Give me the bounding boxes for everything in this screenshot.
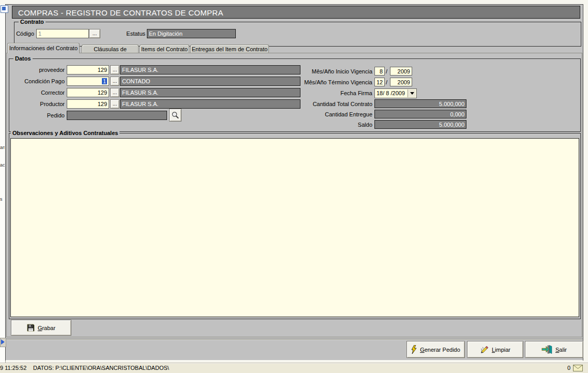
pedido-search-button[interactable] [169,109,182,122]
productor-code-input[interactable]: 129 [67,99,109,109]
background-text-fragment: an [0,145,5,150]
save-floppy-icon [27,324,35,332]
productor-label: Productor [9,99,65,109]
magnifier-icon [171,111,179,120]
condicion-pago-code-input[interactable]: 1 [67,77,109,86]
status-data-path: DATOS: P:\CLIENTE\ORA\SANCRISTOBAL\DADOS… [33,363,169,373]
fecha-firma-label: Fecha Firma [232,88,372,98]
datos-group: Datos proveedor 129 ... FILASUR S.A. Con… [9,58,581,132]
limpiar-button-label: Limpiar [492,347,510,353]
proveedor-browse-button[interactable]: ... [110,65,119,74]
status-bar: 09 11:25:52 DATOS: P:\CLIENTE\ORA\SANCRI… [0,363,588,373]
corrector-browse-button[interactable]: ... [110,88,119,97]
mail-envelope-icon[interactable] [573,365,583,373]
selected-text: 1 [102,78,107,84]
bottom-button-bar: Generar Pedido Limpiar Salir [6,339,583,361]
salir-button[interactable]: Salir [525,341,583,358]
generar-pedido-button[interactable]: Generar Pedido [406,341,465,358]
saldo-label: Saldo [232,120,372,129]
termino-vigencia-label: Mês/Año Término Vigencia [232,78,372,87]
datos-group-label: Datos [13,55,33,62]
corrector-code-input[interactable]: 129 [67,88,109,97]
estatus-field: En Digitación [147,29,236,38]
productor-browse-button[interactable]: ... [110,99,119,109]
observaciones-group-label: Observaciones y Aditivos Contratuales [11,130,119,136]
chevron-down-icon [410,92,414,95]
saldo-field: 5.000,000 [374,120,466,129]
cantidad-entregue-field: 0,000 [374,110,466,118]
lightning-icon [411,345,417,354]
codigo-browse-button[interactable]: ... [89,29,100,38]
condicion-pago-label: Condición Pago [9,77,65,86]
tab-entregas-del-item-de-contrato[interactable]: Entregas del Item de Contrato [190,44,269,53]
salir-button-label: Salir [555,347,567,353]
tab-content-panel: Datos proveedor 129 ... FILASUR S.A. Con… [6,53,582,337]
inicio-year-input[interactable]: 2009 [390,67,412,76]
termino-month-input[interactable]: 12 [374,78,385,86]
pedido-label: Pedido [9,111,65,120]
codigo-label: Código [14,29,34,38]
mail-count: 0 [567,363,570,373]
tab-items-del-contrato[interactable]: Items del Contrato [140,44,189,53]
inicio-vigencia-label: Mês/Año Inicio Vigencia [232,67,372,76]
date-slash: / [386,78,389,87]
observaciones-group: Observaciones y Aditivos Contratuales [9,133,581,319]
limpiar-button[interactable]: Limpiar [467,341,523,358]
combo-dropdown-button[interactable] [408,89,416,97]
main-window: COMPRAS - REGISTRO DE CONTRATOS DE COMPR… [5,4,583,361]
window-titlebar: COMPRAS - REGISTRO DE CONTRATOS DE COMPR… [12,6,580,19]
contrato-group-label: Contrato [19,19,46,25]
date-slash: / [386,67,389,76]
background-text-fragment: s [0,197,5,202]
fecha-firma-value: 18/ 8 /2009 [376,90,405,96]
inicio-month-input[interactable]: 8 [374,67,385,76]
generar-pedido-button-label: Generar Pedido [420,347,460,353]
fecha-firma-combobox[interactable]: 18/ 8 /2009 [374,88,417,98]
background-scroll-arrow-icon[interactable] [0,338,6,347]
grabar-button-label: Grabar [38,325,55,331]
contrato-group: Contrato Código 1 ... Estatus En Digitac… [14,22,581,47]
codigo-input[interactable]: 1 [36,29,89,38]
observaciones-textarea[interactable] [10,138,579,317]
eraser-pencil-icon [480,345,489,354]
background-text-fragment: ac [0,162,5,168]
proveedor-label: proveedor [9,65,65,74]
window-title: COMPRAS - REGISTRO DE CONTRATOS DE COMPR… [18,8,223,17]
condicion-pago-browse-button[interactable]: ... [110,77,119,86]
termino-year-input[interactable]: 2009 [390,78,412,86]
cantidad-total-field: 5.000,000 [374,99,466,108]
cantidad-total-label: Cantidad Total Contrato [232,99,372,109]
tab-clausulas-de-contrato[interactable]: Cláusulas de Contrato [82,44,139,53]
cantidad-entregue-label: Cantidad Entregue [232,110,372,119]
status-time: 09 11:25:52 [0,363,26,373]
background-window-icon [1,5,8,13]
corrector-label: Corrector [9,88,65,97]
grabar-button[interactable]: Grabar [11,320,71,336]
proveedor-code-input[interactable]: 129 [67,65,109,74]
exit-door-icon [541,345,552,354]
estatus-label: Estatus [105,29,145,38]
pedido-field [67,111,167,120]
tab-informaciones-del-contrato[interactable]: Informaciones del Contrato [7,43,80,53]
